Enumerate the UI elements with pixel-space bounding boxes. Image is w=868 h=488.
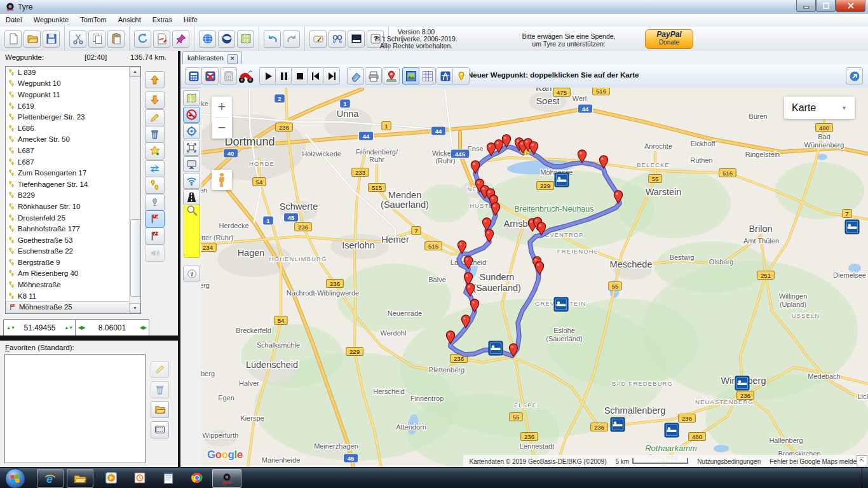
motorway-button[interactable]	[437, 67, 454, 85]
undo-button[interactable]	[264, 30, 281, 48]
pin-button[interactable]	[172, 30, 189, 48]
terms-link[interactable]: Nutzungsbedingungen	[697, 458, 761, 465]
scroll-up-icon[interactable]: ▲	[130, 67, 140, 77]
stop-button[interactable]	[291, 67, 308, 85]
waypoint-item[interactable]: Wegpunkt 10	[6, 78, 128, 90]
copy-button[interactable]	[88, 30, 105, 48]
grid-map-button[interactable]	[419, 67, 436, 85]
taskbar-app-ie[interactable]: e	[37, 469, 64, 488]
waypoint-list-scrollbar[interactable]: ▲ ▼	[129, 67, 140, 313]
eraser-button[interactable]	[347, 67, 364, 85]
maximize-button[interactable]	[816, 0, 836, 12]
tab-close-icon[interactable]: ✕	[227, 54, 238, 64]
insert-pin-yellow-button[interactable]	[145, 177, 165, 194]
mini-map-button[interactable]	[183, 90, 200, 106]
wifi-button[interactable]	[183, 173, 200, 189]
menu-item-wegpunkte[interactable]: Wegpunkte	[28, 14, 74, 25]
open-folder-button[interactable]	[24, 30, 41, 48]
waypoint-item[interactable]: L619	[6, 100, 128, 112]
flag-finish-button[interactable]	[145, 210, 165, 227]
zoom-out-button[interactable]: −	[212, 118, 232, 138]
pin-new-button[interactable]	[452, 67, 470, 85]
screen-button[interactable]	[183, 156, 200, 172]
zoom-in-button[interactable]: +	[212, 97, 232, 117]
waypoint-item[interactable]: L 839	[6, 67, 128, 78]
play-button[interactable]	[259, 67, 276, 85]
favorites-edit-button[interactable]	[151, 361, 169, 378]
map-type-dropdown[interactable]: Karte▼	[784, 97, 855, 119]
new-file-button[interactable]	[4, 30, 22, 48]
map-colored-button[interactable]	[237, 30, 254, 48]
feedback-arrow-icon[interactable]: ⇱	[857, 455, 867, 466]
menu-item-extras[interactable]: Extras	[147, 14, 178, 25]
speak-button[interactable]	[145, 245, 165, 262]
calc-plain-button[interactable]	[220, 67, 237, 85]
waypoint-item[interactable]: Am Riesenberg 40	[6, 268, 128, 280]
waypoint-item[interactable]: L687	[6, 156, 128, 168]
photo-map-button[interactable]	[402, 67, 419, 85]
web-globe-button[interactable]	[199, 30, 216, 48]
waypoint-item[interactable]: Bahnhofstraße 177	[6, 223, 128, 234]
cut-button[interactable]	[69, 30, 86, 48]
calc-clear-button[interactable]	[201, 67, 219, 85]
save-button[interactable]	[43, 30, 60, 48]
scroll-down-icon[interactable]: ▼	[130, 303, 140, 313]
favorites-open-folder-button[interactable]	[151, 401, 169, 418]
paste-button[interactable]	[107, 30, 125, 48]
waypoint-item[interactable]: Eschenstraße 22	[6, 246, 128, 257]
waypoint-item[interactable]: Möhnestraße	[6, 279, 128, 290]
menu-item-datei[interactable]: Datei	[0, 14, 28, 25]
insert-pin-gray-button[interactable]	[145, 194, 165, 211]
waypoint-item[interactable]: Amecker Str. 50	[6, 134, 128, 146]
add-favorite-button[interactable]	[145, 142, 165, 159]
waypoint-item[interactable]: Tiefenhagener Str. 14	[6, 179, 128, 190]
menu-item-hilfe[interactable]: Hilfe	[178, 14, 203, 25]
waypoint-item[interactable]: Plettenberger Str. 23	[6, 111, 128, 123]
zoom-slider[interactable]	[184, 202, 200, 258]
scrollbar-thumb[interactable]	[130, 219, 141, 297]
favorites-list[interactable]	[4, 354, 146, 463]
waypoint-item[interactable]: Rönkhauser Str. 10	[6, 201, 128, 212]
dashboard-button[interactable]	[309, 30, 327, 48]
waypoint-item[interactable]: Goethestraße 53	[6, 234, 128, 246]
paypal-donate-button[interactable]: PayPal Donate	[645, 29, 693, 49]
delete-button[interactable]	[145, 126, 165, 143]
waypoint-item[interactable]: Wegpunkt 11	[6, 89, 128, 100]
feedback-link[interactable]: Fehler bei Google Maps melde	[770, 458, 857, 465]
taskbar-app-chrome[interactable]	[184, 469, 210, 487]
start-button[interactable]	[5, 468, 25, 488]
move-down-button[interactable]	[145, 92, 165, 109]
waypoint-item[interactable]: Drostenfeld 25	[6, 212, 128, 224]
menu-item-ansicht[interactable]: Ansicht	[112, 14, 147, 25]
redo-button[interactable]	[283, 30, 300, 48]
taskbar-app-explorer[interactable]	[67, 469, 93, 488]
favorites-screen-select-button[interactable]	[151, 421, 169, 438]
step-forward-button[interactable]	[323, 67, 340, 85]
edit-route-button[interactable]	[153, 30, 170, 48]
close-button[interactable]	[836, 0, 865, 12]
waypoint-item[interactable]: Zum Rosengarten 17	[6, 167, 128, 179]
menu-item-tomtom[interactable]: TomTom	[74, 14, 112, 25]
map-canvas[interactable]: KamenWerlSoestUnnaDortmundHÖRDEHolzwicke…	[201, 88, 868, 468]
road-black-button[interactable]	[183, 189, 200, 205]
print-button[interactable]	[365, 67, 382, 85]
reverse-button[interactable]	[145, 160, 165, 177]
external-link-button[interactable]	[846, 67, 863, 85]
latitude-stepper[interactable]: ▲▼51.49455▲▼	[3, 319, 76, 336]
motorcycle-button[interactable]	[237, 67, 254, 85]
edit-button[interactable]	[145, 109, 165, 126]
taskbar-app-office[interactable]	[127, 469, 153, 487]
flag-start-button[interactable]	[145, 227, 165, 245]
show-desktop-button[interactable]	[862, 468, 868, 488]
waypoint-item[interactable]: L687	[6, 145, 128, 156]
calc-route-button[interactable]	[185, 67, 202, 85]
move-up-button[interactable]	[145, 71, 165, 88]
step-back-button[interactable]	[307, 67, 324, 85]
waypoint-item[interactable]: L686	[6, 123, 128, 134]
taskbar-app-notepad[interactable]	[156, 469, 181, 487]
info-button[interactable]: i	[183, 266, 200, 281]
poi-target-button[interactable]	[183, 123, 200, 139]
waypoint-item[interactable]: Möhnestraße 25	[6, 301, 130, 313]
no-motorcycle-button[interactable]	[183, 107, 200, 123]
pegman-control[interactable]	[212, 170, 232, 190]
